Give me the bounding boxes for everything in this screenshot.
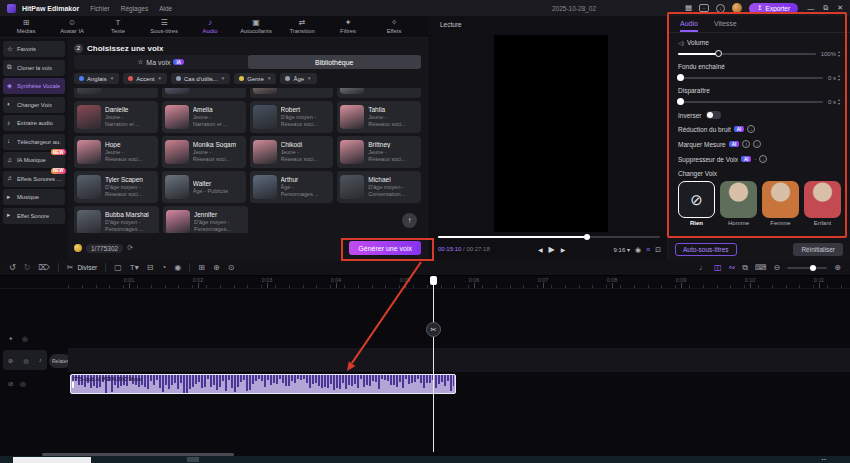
import-icon[interactable]: ⊕	[213, 264, 220, 272]
voice-card[interactable]: Narration et ...	[250, 88, 334, 98]
ribbon-tab-transition[interactable]: ⇄Transition	[279, 16, 325, 37]
filter-anglais[interactable]: Anglais▼	[74, 73, 119, 84]
voice-card[interactable]: AmeliaJeune -Narration et ...	[162, 101, 246, 133]
track-eye-icon[interactable]: ◎	[23, 357, 28, 364]
track-a-toggle-icon[interactable]: ✦	[8, 336, 13, 343]
info-icon[interactable]: i	[742, 140, 750, 148]
redo-icon[interactable]: ↻	[24, 264, 31, 272]
voice-card[interactable]: RobertD'âge moyen -Réseaux soci...	[250, 101, 334, 133]
voice-card[interactable]: Narration et ...	[337, 88, 421, 98]
keyboard-icon[interactable]: ⌨	[755, 264, 767, 272]
volume-knob[interactable]	[715, 50, 722, 57]
menu-reglages[interactable]: Réglages	[121, 5, 148, 12]
voice-card[interactable]: ChikodiJeune -Réseaux soci...	[250, 136, 334, 168]
playhead-scissors-handle[interactable]: ✂	[426, 322, 441, 337]
sidebar-item-effets-sonores-[interactable]: ♬Effets Sonores ...NEW	[3, 171, 65, 187]
undo-icon[interactable]: ↺	[9, 264, 16, 272]
export-button[interactable]: ↥Exporter	[749, 3, 798, 14]
zoom-knob[interactable]	[810, 265, 816, 271]
audio-clip[interactable]: TTS-dub AI PS2AUDIO Hope	[70, 374, 456, 394]
auto-subtitles-button[interactable]: Auto-sous-titres	[675, 243, 737, 256]
fadeout-stepper[interactable]: ▴▾	[838, 98, 840, 105]
sidebar-item-synth-se-vocale[interactable]: ◈Synthèse Vocale	[3, 78, 65, 94]
scroll-top-button[interactable]: ↑	[402, 213, 417, 228]
playhead-marker[interactable]	[430, 276, 437, 285]
timeline-ruler[interactable]: 0:010:020:030:040:050:060:070:080:090:10…	[0, 276, 850, 289]
clip-trim-handle[interactable]	[72, 381, 74, 388]
download-icon[interactable]: ↓	[747, 125, 755, 133]
seekbar-knob[interactable]	[584, 234, 590, 240]
voice-option-femme[interactable]: Femme	[762, 181, 799, 226]
voice-card[interactable]: Bubba MarshalD'âge moyen -Personnages ..…	[74, 206, 159, 233]
split-icon[interactable]: ✂	[67, 264, 74, 272]
tab-vitesse[interactable]: Vitesse	[714, 20, 737, 32]
record-icon[interactable]: ◉	[174, 264, 181, 272]
ribbon-tab-avatar-ia[interactable]: ☺Avatar IA	[49, 16, 95, 37]
voice-card[interactable]: Monika SogamJeune -Réseaux soci...	[162, 136, 246, 168]
timeline-zoom-slider[interactable]	[787, 267, 827, 269]
sidebar-item-effet-sonore[interactable]: ▸Effet Sonore	[3, 208, 65, 224]
ribbon-tab-audio[interactable]: ♪Audio	[187, 16, 233, 37]
menu-fichier[interactable]: Fichier	[90, 5, 110, 12]
voice-card[interactable]: Tyler ScapenD'âge moyen -Réseaux soci...	[74, 171, 158, 203]
voice-card[interactable]: Narration et ...	[74, 88, 158, 98]
sidebar-item-favoris[interactable]: ☆Favoris	[3, 41, 65, 57]
ribbon-tab-effets[interactable]: ✧Effets	[371, 16, 417, 37]
video-canvas[interactable]	[494, 35, 608, 232]
fadeout-knob[interactable]	[677, 98, 684, 105]
filter-âge[interactable]: Âge▼	[280, 73, 316, 84]
sidebar-item-t-l-chargeur-au-[interactable]: ↓Téléchargeur au...	[3, 134, 65, 150]
sidebar-item-changer-voix[interactable]: ◐Changer Voix	[3, 97, 65, 113]
filter-cas-d-utilis-[interactable]: Cas d'utilis...▼	[171, 73, 230, 84]
audio-track-mute-icon[interactable]: ⊘	[8, 381, 13, 388]
voice-option-homme[interactable]: Homme	[720, 181, 757, 226]
filter-genre[interactable]: Genre▼	[234, 73, 276, 84]
restore-button[interactable]: ⧉	[823, 4, 828, 12]
voice-option-rien[interactable]: ⊘Rien	[678, 181, 715, 226]
snap-icon[interactable]: ∾	[729, 264, 736, 272]
next-frame-icon[interactable]: ▶	[561, 246, 566, 253]
reset-button[interactable]: Réinitialiser	[793, 243, 843, 256]
filter-accent[interactable]: Accent▼	[123, 73, 167, 84]
crop-icon[interactable]: ▢	[114, 264, 122, 272]
sidebar-item-musique[interactable]: ▸Musique	[3, 189, 65, 205]
prev-frame-icon[interactable]: ◀	[538, 246, 543, 253]
ribbon-tab-sous-titres[interactable]: ☰Sous-titres	[141, 16, 187, 37]
close-button[interactable]: ✕	[837, 4, 843, 12]
track-a-eye-icon[interactable]: ◎	[22, 336, 28, 343]
zoom-tool-icon[interactable]: ⊙	[228, 264, 235, 272]
video-track[interactable]	[68, 348, 850, 372]
download-icon[interactable]: ↓	[759, 155, 767, 163]
fullscreen-icon[interactable]: ⊡	[655, 246, 661, 253]
menu-aide[interactable]: Aide	[159, 5, 172, 12]
zoom-in-icon[interactable]: ⊕	[834, 264, 841, 272]
preview-seekbar[interactable]	[438, 236, 660, 238]
audio-track-eye-icon[interactable]: ◎	[20, 381, 26, 388]
ribbon-tab-autocollants[interactable]: ▣Autocollants	[233, 16, 279, 37]
snapshot-icon[interactable]: ◉	[635, 246, 641, 253]
ribbon-tab-filtres[interactable]: ✦Filtres	[325, 16, 371, 37]
inverse-toggle[interactable]	[706, 111, 721, 119]
voice-card[interactable]: ArthurÂgé -Personnages ...	[250, 171, 334, 203]
play-icon[interactable]: ▶	[549, 245, 555, 254]
tab-library[interactable]: Bibliothèque	[248, 55, 422, 69]
voice-card[interactable]: MichaelD'âge moyen -Conversation...	[337, 171, 421, 203]
track-sound-icon[interactable]: ♪	[39, 357, 42, 363]
text-tool-icon[interactable]: T▾	[130, 264, 139, 272]
voice-card[interactable]: DanielleJeune -Narration et ...	[74, 101, 158, 133]
fadeout-slider[interactable]	[678, 101, 823, 103]
voice-card[interactable]: TahliaJeune -Réseaux soci...	[337, 101, 421, 133]
download-icon[interactable]: ↓	[753, 140, 761, 148]
speed-icon[interactable]: ◔	[161, 264, 166, 272]
volume-slider[interactable]	[678, 53, 816, 55]
layout-grid-icon[interactable]: ▦	[685, 4, 692, 12]
generate-voice-button[interactable]: Générer une voix	[349, 241, 421, 255]
sidebar-item-ia-musique[interactable]: ♫IA MusiqueNEW	[3, 152, 65, 168]
voice-card[interactable]: JenniferD'âge moyen -Personnages...	[163, 206, 248, 233]
feedback-icon[interactable]: ⋯	[699, 4, 709, 12]
mute-strip-icon[interactable]: ⊟	[147, 264, 154, 272]
ribbon-tab-médias[interactable]: ⊞Médias	[3, 16, 49, 37]
voice-card[interactable]: WalterÂgé - Publicité	[162, 171, 246, 203]
user-avatar[interactable]	[732, 3, 742, 13]
tab-my-voice[interactable]: ☆ Ma voix IA	[74, 55, 248, 69]
